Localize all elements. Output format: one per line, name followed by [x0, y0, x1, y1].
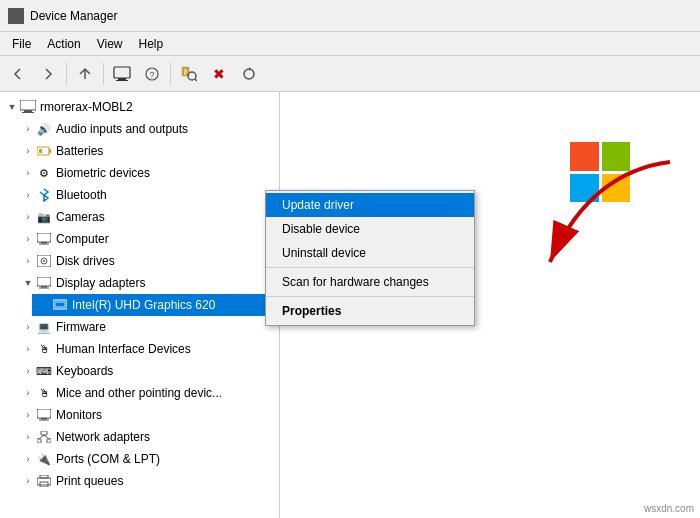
- tree-item-hid[interactable]: › 🖱 Human Interface Devices: [16, 338, 279, 360]
- bluetooth-icon: [36, 187, 52, 203]
- device-tree[interactable]: ▼ rmorerax-MOBL2 › 🔊 Audio inputs and ou…: [0, 92, 280, 518]
- audio-toggle[interactable]: ›: [20, 121, 36, 137]
- disk-icon: [36, 253, 52, 269]
- svg-line-38: [39, 435, 44, 439]
- gpu-label: Intel(R) UHD Graphics 620: [72, 298, 215, 312]
- tree-item-mice[interactable]: › 🖱 Mice and other pointing devic...: [16, 382, 279, 404]
- ports-toggle[interactable]: ›: [20, 451, 36, 467]
- tree-item-ports[interactable]: › 🔌 Ports (COM & LPT): [16, 448, 279, 470]
- ports-label: Ports (COM & LPT): [56, 452, 160, 466]
- menu-help[interactable]: Help: [131, 35, 172, 53]
- tree-item-display[interactable]: ▼ Display adapters: [16, 272, 279, 294]
- computer-toggle[interactable]: ›: [20, 231, 36, 247]
- svg-rect-1: [12, 19, 20, 21]
- hid-toggle[interactable]: ›: [20, 341, 36, 357]
- firmware-label: Firmware: [56, 320, 106, 334]
- tree-item-bluetooth[interactable]: › Bluetooth: [16, 184, 279, 206]
- svg-rect-34: [39, 420, 49, 421]
- up-button[interactable]: [71, 60, 99, 88]
- forward-button[interactable]: [34, 60, 62, 88]
- tree-item-cameras[interactable]: › 📷 Cameras: [16, 206, 279, 228]
- context-menu-scan-hardware[interactable]: Scan for hardware changes: [266, 270, 474, 294]
- tree-item-print[interactable]: › Print queues: [16, 470, 279, 492]
- logo-quad-red: [570, 142, 599, 171]
- biometric-toggle[interactable]: ›: [20, 165, 36, 181]
- mice-toggle[interactable]: ›: [20, 385, 36, 401]
- svg-rect-28: [41, 286, 47, 288]
- mice-label: Mice and other pointing devic...: [56, 386, 222, 400]
- network-label: Network adapters: [56, 430, 150, 444]
- menu-action[interactable]: Action: [39, 35, 88, 53]
- svg-line-39: [44, 435, 49, 439]
- tree-item-firmware[interactable]: › 💻 Firmware: [16, 316, 279, 338]
- svg-rect-23: [39, 244, 49, 245]
- hid-label: Human Interface Devices: [56, 342, 191, 356]
- scan-button[interactable]: [175, 60, 203, 88]
- tree-item-biometric[interactable]: › ⚙ Biometric devices: [16, 162, 279, 184]
- svg-rect-22: [41, 242, 47, 244]
- batteries-toggle[interactable]: ›: [20, 143, 36, 159]
- help-button[interactable]: ?: [138, 60, 166, 88]
- print-toggle[interactable]: ›: [20, 473, 36, 489]
- ports-icon: 🔌: [36, 451, 52, 467]
- network-icon: [36, 429, 52, 445]
- context-menu-uninstall-device[interactable]: Uninstall device: [266, 241, 474, 265]
- root-toggle[interactable]: ▼: [4, 99, 20, 115]
- svg-rect-18: [37, 147, 49, 155]
- computer2-icon: [36, 231, 52, 247]
- tree-item-audio[interactable]: › 🔊 Audio inputs and outputs: [16, 118, 279, 140]
- svg-rect-41: [40, 475, 48, 478]
- tree-item-keyboards[interactable]: › ⌨ Keyboards: [16, 360, 279, 382]
- root-label: rmorerax-MOBL2: [40, 100, 133, 114]
- firmware-toggle[interactable]: ›: [20, 319, 36, 335]
- gpu-icon: [52, 297, 68, 313]
- tree-item-batteries[interactable]: › Batteries: [16, 140, 279, 162]
- tree-item-computer[interactable]: › Computer: [16, 228, 279, 250]
- refresh-button[interactable]: [235, 60, 263, 88]
- context-menu-disable-device[interactable]: Disable device: [266, 217, 474, 241]
- menu-view[interactable]: View: [89, 35, 131, 53]
- tree-item-intel-gpu[interactable]: Intel(R) UHD Graphics 620: [32, 294, 279, 316]
- hid-icon: 🖱: [36, 341, 52, 357]
- svg-line-13: [195, 79, 197, 81]
- keyboards-toggle[interactable]: ›: [20, 363, 36, 379]
- svg-rect-33: [41, 418, 47, 420]
- svg-rect-20: [39, 149, 42, 153]
- separator-3: [170, 63, 171, 85]
- svg-rect-0: [10, 10, 22, 19]
- context-menu-properties[interactable]: Properties: [266, 299, 474, 323]
- svg-rect-37: [47, 439, 51, 443]
- tree-root[interactable]: ▼ rmorerax-MOBL2: [0, 96, 279, 118]
- bluetooth-toggle[interactable]: ›: [20, 187, 36, 203]
- menu-file[interactable]: File: [4, 35, 39, 53]
- cameras-toggle[interactable]: ›: [20, 209, 36, 225]
- network-toggle[interactable]: ›: [20, 429, 36, 445]
- delete-button[interactable]: ✖: [205, 60, 233, 88]
- watermark: wsxdn.com: [644, 503, 694, 514]
- display-toggle[interactable]: ▼: [20, 275, 36, 291]
- toolbar: ? ✖: [0, 56, 700, 92]
- tree-item-disk[interactable]: › Disk drives: [16, 250, 279, 272]
- svg-rect-31: [55, 302, 65, 307]
- monitor-button[interactable]: [108, 60, 136, 88]
- disk-toggle[interactable]: ›: [20, 253, 36, 269]
- svg-point-26: [43, 260, 45, 262]
- biometric-label: Biometric devices: [56, 166, 150, 180]
- logo-quad-blue: [570, 174, 599, 203]
- back-button[interactable]: [4, 60, 32, 88]
- svg-rect-36: [37, 439, 41, 443]
- context-menu-update-driver[interactable]: Update driver: [266, 193, 474, 217]
- svg-rect-2: [11, 21, 21, 22]
- audio-icon: 🔊: [36, 121, 52, 137]
- monitors-label: Monitors: [56, 408, 102, 422]
- window-title: Device Manager: [30, 9, 117, 23]
- monitors-toggle[interactable]: ›: [20, 407, 36, 423]
- svg-rect-3: [114, 67, 130, 78]
- bluetooth-label: Bluetooth: [56, 188, 107, 202]
- logo-quad-yellow: [602, 174, 631, 203]
- context-menu-separator-1: [266, 267, 474, 268]
- tree-item-network[interactable]: › Network adapters: [16, 426, 279, 448]
- svg-rect-27: [37, 277, 51, 286]
- tree-item-monitors[interactable]: › Monitors: [16, 404, 279, 426]
- app-icon: [8, 8, 24, 24]
